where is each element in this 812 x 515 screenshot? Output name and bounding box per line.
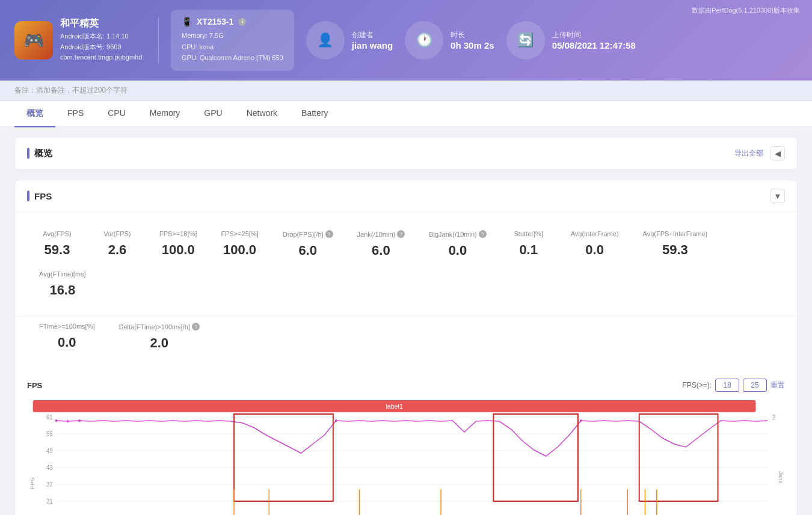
- stat-fps-25: FPS>=25[%] 100.0: [209, 224, 270, 264]
- stat-stutter: Stutter[%] 0.1: [499, 224, 559, 264]
- svg-text:37: 37: [46, 481, 53, 488]
- fps-stats-row2: FTime>=100ms[%] 0.0 Delta(FTime)>100ms[/…: [15, 317, 797, 369]
- svg-text:49: 49: [46, 448, 53, 454]
- fps-25-label: FPS>=25[%]: [221, 230, 258, 237]
- android-version-label: Android版本名: 1.14.10: [60, 32, 129, 40]
- fps-threshold-2[interactable]: [743, 379, 767, 392]
- delta-ftime-value: 2.0: [119, 335, 200, 351]
- svg-text:label1: label1: [386, 403, 402, 410]
- svg-point-24: [335, 419, 337, 422]
- bigjank-help-icon[interactable]: ?: [479, 230, 487, 238]
- notes-placeholder: 备注：添加备注，不超过200个字符: [14, 86, 128, 94]
- overview-title-group: 概览: [27, 148, 52, 159]
- app-text: 和平精英 Android版本名: 1.14.10 Android版本号: 960…: [60, 17, 142, 63]
- device-name: XT2153-1: [197, 17, 233, 26]
- avg-interframe-label: Avg(InterFrame): [571, 230, 619, 237]
- app-android-version: Android版本名: 1.14.10 Android版本号: 9600 com…: [60, 31, 142, 63]
- nav-item-gpu[interactable]: GPU: [192, 101, 234, 127]
- gpu-spec: GPU: Qualcomm Adreno (TM) 650: [182, 52, 283, 64]
- fps-stats-grid: Avg(FPS) 59.3 Var(FPS) 2.6 FPS>=18[%] 10…: [15, 212, 797, 316]
- cpu-spec: CPU: kona: [182, 41, 283, 53]
- avg-interframe-value: 0.0: [571, 242, 619, 258]
- svg-text:2: 2: [772, 414, 775, 421]
- stat-avg-ftime: Avg(FTime)[ms] 16.8: [27, 264, 98, 304]
- stat-jank: Jank(/10min) ? 6.0: [345, 224, 417, 264]
- delta-ftime-label: Delta(FTime)>100ms[/h]: [119, 323, 191, 331]
- svg-point-23: [78, 419, 81, 422]
- reset-button[interactable]: 重置: [770, 380, 785, 391]
- device-info: 📱 XT2153-1 i Memory: 7.5G CPU: kona GPU:…: [171, 10, 294, 71]
- fps-threshold-controls: FPS(>=): 重置: [682, 379, 785, 392]
- fps-chart-section: FPS FPS(>=): 重置 label1: [15, 369, 797, 515]
- var-fps-label: Var(FPS): [103, 230, 131, 237]
- collapse-overview-button[interactable]: ◀: [770, 146, 785, 160]
- svg-point-25: [580, 419, 582, 422]
- svg-rect-26: [234, 414, 333, 501]
- drop-fps-label: Drop(FPS)[/h]: [283, 231, 324, 238]
- svg-text:Jank: Jank: [778, 471, 784, 484]
- avg-fps-label: Avg(FPS): [43, 230, 71, 237]
- bigjank-value: 0.0: [429, 243, 486, 258]
- svg-text:FPS: FPS: [29, 477, 35, 489]
- export-all-button[interactable]: 导出全部: [734, 148, 763, 159]
- device-info-icon[interactable]: i: [238, 18, 246, 26]
- overview-title: 概览: [34, 148, 52, 159]
- nav-item-battery[interactable]: Battery: [289, 101, 340, 127]
- stat-delta-ftime: Delta(FTime)>100ms[/h] ? 2.0: [107, 317, 212, 357]
- overview-section: 概览 导出全部 ◀: [14, 137, 798, 170]
- svg-rect-28: [639, 414, 718, 501]
- title-bar-decoration: [27, 148, 29, 159]
- stat-bigjank: BigJank(/10min) ? 0.0: [417, 224, 498, 264]
- ftime-100-label: FTime>=100ms[%]: [39, 323, 95, 330]
- fps-25-value: 100.0: [221, 242, 258, 258]
- app-name: 和平精英: [60, 17, 142, 30]
- jank-help-icon[interactable]: ?: [397, 230, 405, 238]
- stat-drop-fps: Drop(FPS)[/h] ? 6.0: [271, 224, 345, 264]
- jank-value: 6.0: [357, 243, 405, 258]
- content: 概览 导出全部 ◀ FPS ▼ Avg(FPS) 59.3 Var(FPS): [0, 127, 812, 515]
- upload-label: 上传时间: [552, 30, 636, 40]
- data-source: 数据由PerfDog(5.1.210300)版本收集: [692, 6, 800, 15]
- creator-text: 创建者 jian wang: [352, 30, 393, 50]
- avg-ftime-label: Avg(FTime)[ms]: [39, 270, 86, 278]
- fps-18-value: 100.0: [159, 242, 197, 258]
- duration-icon-box: 🕐: [405, 21, 443, 59]
- nav-item-fps[interactable]: FPS: [55, 101, 96, 127]
- avg-fps-interframe-label: Avg(FPS+InterFrame): [643, 230, 708, 237]
- upload-icon-box: 🔄: [506, 21, 545, 59]
- creator-value: jian wang: [352, 40, 393, 50]
- fps-title: FPS: [34, 191, 52, 201]
- device-header: 📱 XT2153-1 i: [182, 17, 283, 26]
- ftime-100-value: 0.0: [39, 335, 95, 350]
- device-icon: 📱: [182, 17, 192, 26]
- svg-point-22: [67, 420, 69, 422]
- nav-item-network[interactable]: Network: [235, 101, 289, 127]
- nav-item-cpu[interactable]: CPU: [96, 101, 138, 127]
- creator-group: 👤 创建者 jian wang: [306, 21, 393, 59]
- stat-fps-18: FPS>=18[%] 100.0: [147, 224, 209, 264]
- nav-item-memory[interactable]: Memory: [138, 101, 192, 127]
- nav-bar: 概览 FPS CPU Memory GPU Network Battery: [0, 101, 812, 127]
- notes-bar: 备注：添加备注，不超过200个字符: [0, 81, 812, 101]
- android-build-label: Android版本号: 9600: [60, 43, 121, 50]
- delta-ftime-help-icon[interactable]: ?: [192, 323, 200, 331]
- avg-fps-interframe-value: 59.3: [643, 242, 708, 258]
- stat-avg-fps-interframe: Avg(FPS+InterFrame) 59.3: [631, 224, 720, 264]
- memory-spec: Memory: 7.5G: [182, 30, 283, 41]
- bigjank-label: BigJank(/10min): [429, 231, 476, 238]
- svg-text:43: 43: [46, 465, 53, 471]
- upload-group: 🔄 上传时间 05/08/2021 12:47:58: [506, 21, 636, 59]
- svg-rect-27: [493, 414, 578, 501]
- fps-chart-wrapper: label1 61 55 49 43 37 31: [27, 399, 785, 515]
- var-fps-value: 2.6: [99, 242, 135, 258]
- drop-fps-value: 6.0: [283, 243, 333, 258]
- collapse-fps-button[interactable]: ▼: [770, 189, 785, 203]
- upload-text: 上传时间 05/08/2021 12:47:58: [552, 30, 636, 50]
- duration-label: 时长: [451, 30, 494, 40]
- fps-threshold-1[interactable]: [715, 379, 739, 392]
- overview-header: 概览 导出全部 ◀: [15, 138, 797, 169]
- drop-fps-help-icon[interactable]: ?: [325, 230, 333, 238]
- nav-item-overview[interactable]: 概览: [14, 101, 55, 127]
- avg-fps-value: 59.3: [39, 242, 75, 258]
- package-name: com.tencent.tmgp.pubgmhd: [60, 53, 142, 61]
